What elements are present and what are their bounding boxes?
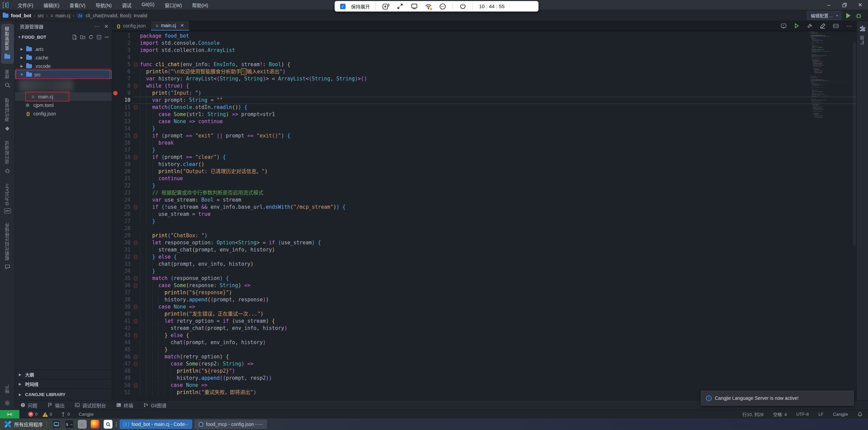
code-line[interactable]: 29 print("ChatBox: ") bbox=[112, 232, 856, 239]
section-cangjie-library[interactable]: ▶ CANGJIE LIBRARY bbox=[15, 389, 112, 400]
code-line[interactable]: 3import std.collection.ArrayList bbox=[112, 47, 856, 54]
breakpoint-gutter[interactable] bbox=[112, 218, 118, 225]
problems-status[interactable]: ✕ 0 ! 0 bbox=[28, 412, 52, 417]
code-line[interactable]: 1package food_bot bbox=[112, 33, 856, 40]
open-preview-icon[interactable] bbox=[781, 23, 786, 29]
eol-sequence[interactable]: LF bbox=[818, 412, 823, 417]
code-line[interactable]: 39 case None => bbox=[112, 303, 856, 311]
code-line[interactable]: 25 if (!use_stream && env_info.base_url.… bbox=[112, 204, 856, 211]
split-editor-icon[interactable] bbox=[833, 23, 839, 29]
taskbar-window-food-bot[interactable]: food_bot - main.cj - Code·· bbox=[120, 419, 192, 429]
breakpoint-gutter[interactable] bbox=[112, 289, 118, 296]
code-line[interactable]: 43 } else { bbox=[112, 332, 856, 339]
breakpoint-gutter[interactable] bbox=[112, 204, 118, 211]
more-actions-icon[interactable]: ⋯ bbox=[94, 23, 99, 30]
code-line[interactable]: 42 stream_chat(prompt, env_info, history… bbox=[112, 325, 856, 332]
breadcrumb-root[interactable]: food_bot bbox=[3, 13, 31, 18]
breakpoint-icon[interactable] bbox=[113, 91, 118, 95]
edit-configuration-dropdown[interactable]: 编辑配置…▾ bbox=[807, 11, 842, 20]
breakpoint-gutter[interactable] bbox=[112, 311, 118, 318]
breakpoint-gutter[interactable] bbox=[112, 303, 118, 311]
account-label[interactable]: 帐户 bbox=[4, 384, 11, 394]
breakpoint-gutter[interactable] bbox=[112, 332, 118, 339]
breakpoint-gutter[interactable] bbox=[112, 197, 118, 204]
code-line[interactable]: 28 bbox=[112, 225, 856, 232]
code-line[interactable]: 4 bbox=[112, 54, 856, 61]
breakpoint-gutter[interactable] bbox=[112, 239, 118, 246]
extensions-puzzle-icon[interactable] bbox=[859, 25, 866, 32]
code-line[interactable]: 40 println("发生错误，正在重试一次...") bbox=[112, 311, 856, 318]
menu-window[interactable]: 窗口(W) bbox=[161, 1, 186, 10]
code-line[interactable]: 51 println("重试失败，即将退出") bbox=[807, 117, 852, 117]
code-line[interactable]: 34 } bbox=[112, 268, 856, 275]
menu-debug[interactable]: 调试 bbox=[118, 1, 136, 10]
code-line[interactable]: 35 match (response_option) { bbox=[112, 275, 856, 282]
breakpoint-gutter[interactable] bbox=[112, 47, 118, 54]
breakpoint-gutter[interactable] bbox=[112, 75, 118, 82]
restore-button[interactable] bbox=[837, 0, 852, 10]
code-line[interactable]: 41 let retry_option = if (use_stream) { bbox=[112, 318, 856, 325]
more-actions-icon[interactable]: ⋯ bbox=[105, 35, 109, 40]
activity-source-control[interactable]: 源代码管理 ◆ bbox=[1, 95, 14, 135]
breakpoint-gutter[interactable] bbox=[112, 296, 118, 303]
code-line[interactable]: 46 match(retry_option) { bbox=[112, 353, 856, 360]
monitor-icon[interactable] bbox=[410, 3, 419, 10]
breakpoint-gutter[interactable] bbox=[112, 104, 118, 111]
breakpoint-gutter[interactable] bbox=[112, 368, 118, 375]
code-line[interactable]: 5func cli_chat(env_info: EnvInfo, stream… bbox=[112, 61, 856, 68]
language-status-left[interactable]: Cangjie bbox=[79, 412, 94, 417]
language-mode[interactable]: Cangjie bbox=[833, 412, 848, 417]
code-area[interactable]: 1package food_bot2import std.console.Con… bbox=[807, 76, 852, 117]
file-manager-icon[interactable]: ⌂ bbox=[78, 420, 87, 429]
tree-item-main-cj[interactable]: ≡ main.cj bbox=[15, 92, 112, 101]
code-line[interactable]: 37 println("${response}") bbox=[112, 289, 856, 296]
code-line[interactable]: 50 case None => bbox=[112, 382, 856, 389]
ports-status[interactable]: 0 bbox=[61, 412, 70, 417]
project-root-row[interactable]: ▼ FOOD_BOT ⋯ bbox=[15, 32, 112, 42]
run-file-icon[interactable] bbox=[794, 23, 799, 29]
vertical-scrollbar[interactable] bbox=[852, 31, 856, 400]
cursor-position[interactable]: 行10, 列28 bbox=[742, 411, 763, 417]
code-line[interactable]: 20 println("Output: 已清理历史对话信息。") bbox=[112, 168, 856, 175]
more-actions-icon[interactable]: ⋯ bbox=[846, 23, 852, 29]
collapse-all-icon[interactable] bbox=[96, 35, 102, 40]
code-line[interactable]: 30 let response_option: Option<String> =… bbox=[112, 239, 856, 246]
activity-explorer[interactable]: 资源管理器 bbox=[1, 24, 14, 64]
breakpoint-gutter[interactable] bbox=[112, 318, 118, 325]
breadcrumb-src[interactable]: src bbox=[38, 13, 44, 18]
code-area[interactable]: 1package food_bot2import std.console.Con… bbox=[112, 31, 856, 400]
breakpoint-gutter[interactable] bbox=[112, 54, 118, 61]
extensions-label[interactable]: 扩展 bbox=[859, 35, 866, 45]
code-line[interactable]: 19 history.clear() bbox=[112, 161, 856, 168]
breakpoint-gutter[interactable] bbox=[112, 125, 118, 132]
code-line[interactable]: 21 continue bbox=[112, 175, 856, 182]
breakpoint-gutter[interactable] bbox=[112, 161, 118, 168]
breakpoint-gutter[interactable] bbox=[112, 211, 118, 218]
more-circle-icon[interactable] bbox=[438, 3, 447, 10]
menu-view[interactable]: 查看(V) bbox=[66, 1, 90, 10]
debug-button[interactable] bbox=[855, 12, 862, 19]
breakpoint-gutter[interactable] bbox=[112, 375, 118, 382]
menu-file[interactable]: 文件(F) bbox=[14, 1, 37, 10]
breakpoint-gutter[interactable] bbox=[112, 168, 118, 175]
code-editor[interactable]: 1package food_bot2import std.console.Con… bbox=[112, 31, 856, 400]
breadcrumb-symbol[interactable]: ƒx cli_chat(Invalid, Bool): Invalid bbox=[77, 13, 147, 18]
code-line[interactable]: 48 println("${resp2}") bbox=[112, 368, 856, 375]
keep-expanded-checkbox[interactable]: ✓ bbox=[340, 4, 346, 9]
activity-huawei-cloud-api[interactable]: 华为云API API bbox=[1, 181, 14, 217]
tab-config-json[interactable]: {} config.json bbox=[112, 21, 151, 31]
breakpoint-gutter[interactable] bbox=[112, 382, 118, 389]
code-line[interactable]: 32 } else { bbox=[112, 254, 856, 261]
breakpoint-gutter[interactable] bbox=[112, 353, 118, 360]
search-app-icon[interactable] bbox=[104, 420, 112, 429]
breakpoint-gutter[interactable] bbox=[112, 360, 118, 368]
code-line[interactable]: 23 // 根据配置或命令行参数判断是否启用流式模式 bbox=[112, 189, 856, 197]
tree-item-config-json[interactable]: {} config.json bbox=[15, 109, 112, 118]
tab-main-cj[interactable]: ≡ main.cj ✕ bbox=[151, 21, 189, 31]
breakpoint-gutter[interactable] bbox=[112, 189, 118, 197]
panel-tab-git-graph[interactable]: Git图谱 bbox=[143, 402, 166, 409]
breakpoint-gutter[interactable] bbox=[112, 132, 118, 139]
breakpoint-gutter[interactable] bbox=[112, 33, 118, 40]
breakpoint-gutter[interactable] bbox=[112, 275, 118, 282]
close-sidebar-icon[interactable]: ✕ bbox=[104, 23, 108, 30]
